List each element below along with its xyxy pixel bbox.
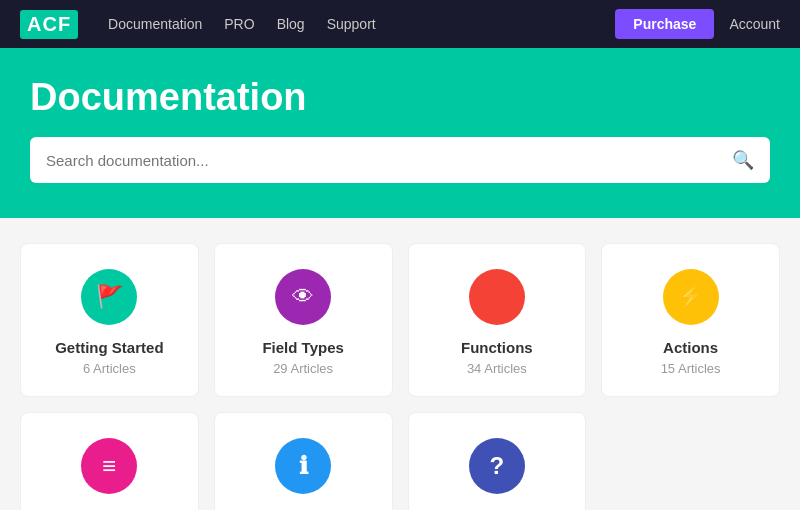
nav-support[interactable]: Support <box>327 16 376 32</box>
purchase-button[interactable]: Purchase <box>615 9 714 39</box>
category-card-r2-0[interactable]: ≡ Filters 24 Articles <box>20 412 199 510</box>
nav-documentation[interactable]: Documentation <box>108 16 202 32</box>
account-link[interactable]: Account <box>729 16 780 32</box>
nav-blog[interactable]: Blog <box>277 16 305 32</box>
page-title: Documentation <box>30 76 770 119</box>
nav-links: Documentation PRO Blog Support <box>108 16 615 32</box>
hero-section: Documentation 🔍 <box>0 48 800 218</box>
info-icon: ℹ <box>275 438 331 494</box>
card-count: 29 Articles <box>273 361 333 376</box>
logo[interactable]: ACF <box>20 10 78 39</box>
empty-card <box>601 412 780 510</box>
filter-icon: ≡ <box>81 438 137 494</box>
search-bar: 🔍 <box>30 137 770 183</box>
card-title: Field Types <box>262 339 343 356</box>
card-title: Getting Started <box>55 339 163 356</box>
search-icon[interactable]: 🔍 <box>732 149 754 171</box>
category-card-3[interactable]: ⚡ Actions 15 Articles <box>601 243 780 397</box>
category-card-0[interactable]: 🚩 Getting Started 6 Articles <box>20 243 199 397</box>
category-card-2[interactable]: Functions 34 Articles <box>408 243 587 397</box>
nav-pro[interactable]: PRO <box>224 16 254 32</box>
code-icon <box>469 269 525 325</box>
card-count: 6 Articles <box>83 361 136 376</box>
nav-right: Purchase Account <box>615 9 780 39</box>
categories-row-1: 🚩 Getting Started 6 Articles 👁 Field Typ… <box>20 243 780 397</box>
card-count: 15 Articles <box>661 361 721 376</box>
card-title: Actions <box>663 339 718 356</box>
lightning-icon: ⚡ <box>663 269 719 325</box>
search-input[interactable] <box>46 152 732 169</box>
card-title: Functions <box>461 339 533 356</box>
category-card-r2-2[interactable]: ? FAQ 57 Questions <box>408 412 587 510</box>
card-count: 34 Articles <box>467 361 527 376</box>
flag-icon: 🚩 <box>81 269 137 325</box>
category-card-1[interactable]: 👁 Field Types 29 Articles <box>214 243 393 397</box>
category-card-r2-1[interactable]: ℹ Guides 44 Articles <box>214 412 393 510</box>
categories-row-2: ≡ Filters 24 Articles ℹ Guides 44 Articl… <box>20 412 780 510</box>
faq-icon: ? <box>469 438 525 494</box>
navbar: ACF Documentation PRO Blog Support Purch… <box>0 0 800 48</box>
eye-icon: 👁 <box>275 269 331 325</box>
categories-section: 🚩 Getting Started 6 Articles 👁 Field Typ… <box>0 218 800 510</box>
